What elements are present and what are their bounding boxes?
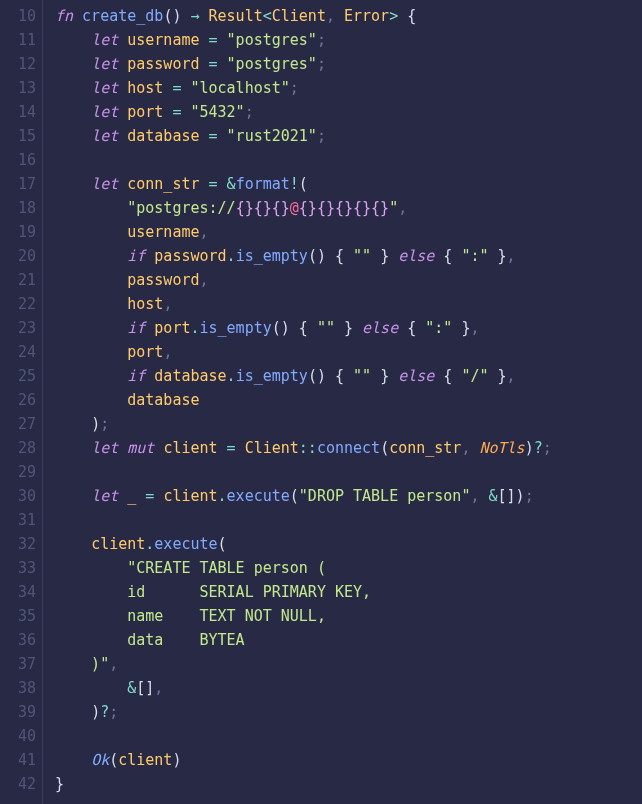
string-lit: ":" xyxy=(425,319,452,337)
line-number: 24 xyxy=(0,340,36,364)
code-line: let password = "postgres"; xyxy=(55,55,326,73)
line-number: 34 xyxy=(0,580,36,604)
line-number: 30 xyxy=(0,484,36,508)
line-number: 28 xyxy=(0,436,36,460)
line-number: 35 xyxy=(0,604,36,628)
code-line: data BYTEA xyxy=(55,631,245,649)
ok-fn: Ok xyxy=(91,751,109,769)
fn-format: format xyxy=(236,175,290,193)
keyword-let: let xyxy=(91,103,118,121)
line-number: 39 xyxy=(0,700,36,724)
string-lit: ":" xyxy=(461,247,488,265)
line-number: 41 xyxy=(0,748,36,772)
keyword-let: let xyxy=(91,175,118,193)
code-line: id SERIAL PRIMARY KEY, xyxy=(55,583,371,601)
keyword-if: if xyxy=(127,319,145,337)
op-eq: = xyxy=(145,487,154,505)
var: database xyxy=(127,127,199,145)
at-symbol: @ xyxy=(290,199,299,217)
ident: port xyxy=(154,319,190,337)
method: is_empty xyxy=(236,367,308,385)
string-lit: "postgres" xyxy=(227,55,317,73)
code-content[interactable]: fn create_db() → Result<Client, Error> {… xyxy=(43,0,552,804)
fmt-brace: {} xyxy=(236,199,254,217)
line-number: 10 xyxy=(0,4,36,28)
code-line: name TEXT NOT NULL, xyxy=(55,607,326,625)
line-number: 31 xyxy=(0,508,36,532)
keyword-else: else xyxy=(398,367,434,385)
arg: conn_str xyxy=(389,439,461,457)
line-number: 17 xyxy=(0,172,36,196)
type-error: Error xyxy=(344,7,389,25)
code-line: let database = "rust2021"; xyxy=(55,127,326,145)
op-amp: & xyxy=(227,175,236,193)
line-number: 15 xyxy=(0,124,36,148)
op-eq: = xyxy=(209,127,218,145)
op-eq: = xyxy=(227,439,236,457)
op-bang: ! xyxy=(290,175,299,193)
fmt-brace: {} xyxy=(335,199,353,217)
line-number: 23 xyxy=(0,316,36,340)
keyword-if: if xyxy=(127,367,145,385)
keyword-else: else xyxy=(398,247,434,265)
code-line: if port.is_empty() { "" } else { ":" }, xyxy=(55,319,479,337)
string-lit: "" xyxy=(353,247,371,265)
string-lit: data BYTEA xyxy=(55,631,245,649)
keyword-let: let xyxy=(91,439,118,457)
code-line: "CREATE TABLE person ( xyxy=(55,559,326,577)
code-line: let conn_str = &format!( xyxy=(55,175,308,193)
op-eq: = xyxy=(209,31,218,49)
code-line: fn create_db() → Result<Client, Error> { xyxy=(55,7,416,25)
string-lit: "DROP TABLE person" xyxy=(299,487,471,505)
ident: database xyxy=(127,391,199,409)
op-eq: = xyxy=(172,103,181,121)
type: Client xyxy=(245,439,299,457)
op-eq: = xyxy=(209,175,218,193)
code-line: &[], xyxy=(55,679,163,697)
const: NoTls xyxy=(479,439,524,457)
code-line: host, xyxy=(55,295,172,313)
code-line: )?; xyxy=(55,703,118,721)
op-amp: & xyxy=(489,487,498,505)
code-line: if password.is_empty() { "" } else { ":"… xyxy=(55,247,516,265)
fmt-brace: {} xyxy=(353,199,371,217)
var: host xyxy=(127,79,163,97)
keyword-fn: fn xyxy=(55,7,73,25)
string-lit: " xyxy=(389,199,398,217)
code-line: let username = "postgres"; xyxy=(55,31,326,49)
line-number: 42 xyxy=(0,772,36,796)
line-number: 40 xyxy=(0,724,36,748)
code-line: database xyxy=(55,391,200,409)
line-number: 16 xyxy=(0,148,36,172)
string-lit: "" xyxy=(317,319,335,337)
var: username xyxy=(127,31,199,49)
string-lit: "localhost" xyxy=(190,79,289,97)
line-number: 27 xyxy=(0,412,36,436)
fmt-brace: {} xyxy=(317,199,335,217)
type-client: Client xyxy=(272,7,326,25)
code-editor: 10 11 12 13 14 15 16 17 18 19 20 21 22 2… xyxy=(0,0,642,804)
string-lit: "postgres:// xyxy=(127,199,235,217)
code-line: password, xyxy=(55,271,209,289)
code-line: } xyxy=(55,775,64,793)
string-lit: "/" xyxy=(461,367,488,385)
keyword-else: else xyxy=(362,319,398,337)
line-number: 32 xyxy=(0,532,36,556)
code-line: port, xyxy=(55,343,172,361)
ident: host xyxy=(127,295,163,313)
var: client xyxy=(163,439,217,457)
op-eq: = xyxy=(172,79,181,97)
string-lit: name TEXT NOT NULL, xyxy=(55,607,326,625)
ident: password xyxy=(127,271,199,289)
code-line: username, xyxy=(55,223,209,241)
string-lit: "CREATE TABLE person ( xyxy=(127,559,326,577)
fmt-brace: {} xyxy=(371,199,389,217)
ident: client xyxy=(118,751,172,769)
keyword-let: let xyxy=(91,79,118,97)
line-number: 29 xyxy=(0,460,36,484)
op-eq: = xyxy=(209,55,218,73)
method: is_empty xyxy=(200,319,272,337)
fmt-brace: {} xyxy=(254,199,272,217)
ident: username xyxy=(127,223,199,241)
line-number: 21 xyxy=(0,268,36,292)
